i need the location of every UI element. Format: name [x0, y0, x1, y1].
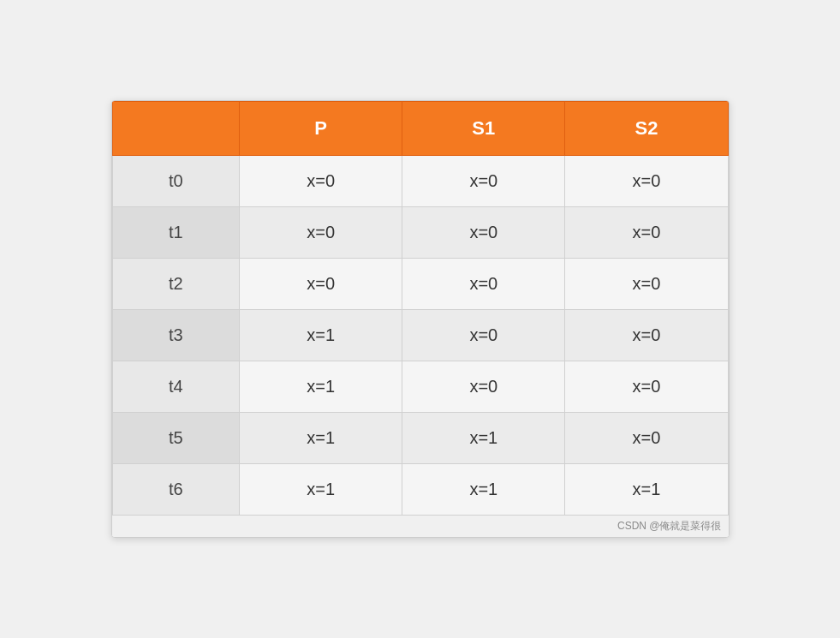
cell-time: t0: [112, 156, 240, 207]
cell-s1: x=0: [402, 310, 565, 361]
cell-time: t5: [112, 413, 240, 464]
cell-time: t6: [112, 464, 240, 516]
table-row: t4x=1x=0x=0: [112, 361, 728, 413]
table-row: t6x=1x=1x=1: [112, 464, 728, 516]
header-row: P S1 S2: [112, 102, 728, 156]
cell-s2: x=0: [565, 361, 728, 413]
cell-s2: x=0: [565, 310, 728, 361]
header-s1: S1: [402, 102, 565, 156]
cell-s2: x=0: [565, 259, 728, 310]
cell-s2: x=0: [565, 156, 728, 207]
cell-time: t4: [112, 361, 240, 413]
cell-s2: x=0: [565, 207, 728, 259]
cell-s1: x=1: [402, 464, 565, 516]
table-row: t0x=0x=0x=0: [112, 156, 728, 207]
table-row: t3x=1x=0x=0: [112, 310, 728, 361]
cell-s2: x=0: [565, 413, 728, 464]
table-row: t1x=0x=0x=0: [112, 207, 728, 259]
cell-s1: x=0: [402, 259, 565, 310]
cell-s1: x=1: [402, 413, 565, 464]
main-table-container: P S1 S2 t0x=0x=0x=0t1x=0x=0x=0t2x=0x=0x=…: [111, 100, 730, 538]
cell-time: t3: [112, 310, 240, 361]
table-row: t5x=1x=1x=0: [112, 413, 728, 464]
table-row: t2x=0x=0x=0: [112, 259, 728, 310]
data-table: P S1 S2 t0x=0x=0x=0t1x=0x=0x=0t2x=0x=0x=…: [112, 101, 729, 516]
watermark: CSDN @俺就是菜得很: [112, 516, 729, 537]
cell-s2: x=1: [565, 464, 728, 516]
cell-s1: x=0: [402, 361, 565, 413]
cell-p: x=1: [240, 464, 402, 516]
header-s2: S2: [565, 102, 728, 156]
cell-time: t2: [112, 259, 240, 310]
cell-p: x=0: [240, 259, 402, 310]
cell-s1: x=0: [402, 156, 565, 207]
header-p: P: [240, 102, 402, 156]
cell-time: t1: [112, 207, 240, 259]
cell-p: x=0: [240, 207, 402, 259]
cell-p: x=1: [240, 361, 402, 413]
cell-p: x=0: [240, 156, 402, 207]
cell-p: x=1: [240, 310, 402, 361]
cell-p: x=1: [240, 413, 402, 464]
header-empty: [112, 102, 240, 156]
cell-s1: x=0: [402, 207, 565, 259]
